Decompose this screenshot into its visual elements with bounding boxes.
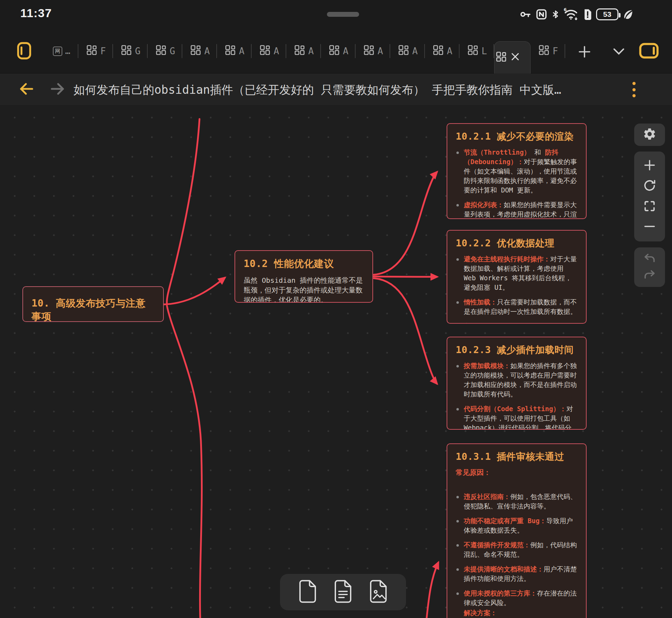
- chevron-down-icon: [612, 51, 626, 58]
- camera-cutout-pill: [327, 12, 359, 17]
- bullet-lead: 避免在主线程执行耗时操作：: [464, 255, 550, 263]
- tab-label: G: [170, 46, 175, 56]
- tab-mindmap-7[interactable]: A: [286, 29, 321, 73]
- tab-mindmap-3[interactable]: G: [148, 29, 182, 73]
- tab-mindmap-10[interactable]: A: [390, 29, 425, 73]
- settings-button[interactable]: [642, 127, 657, 142]
- leaf-icon: [622, 8, 634, 21]
- list-item: 未提供清晰的文档和描述：用户不清楚插件功能和使用方法。: [456, 564, 578, 583]
- solution-label: 解决方案：: [464, 608, 578, 618]
- tab-mindmap-5[interactable]: A: [217, 29, 252, 73]
- fullscreen-button[interactable]: [642, 199, 657, 215]
- grid-tab-icon: [259, 44, 271, 58]
- nfc-icon: [535, 8, 548, 21]
- list-item: 违反社区指南：例如，包含恶意代码、侵犯隐私、宣传非法内容等。: [456, 492, 578, 511]
- grid-tab-icon: [363, 44, 375, 58]
- mindmap-canvas[interactable]: 10. 高级发布技巧与注意事项 10.2 性能优化建议 虽然 Obsidian …: [0, 105, 672, 618]
- tab-mindmap-4[interactable]: A: [182, 29, 217, 73]
- bullet-dot: [456, 520, 459, 522]
- bottom-dock: [280, 574, 406, 610]
- tab-label: L: [482, 46, 487, 56]
- mindmap-node-10[interactable]: 10. 高级发布技巧与注意事项: [22, 286, 164, 322]
- zoom-out-button[interactable]: [642, 219, 657, 235]
- new-tab-button[interactable]: [577, 44, 592, 61]
- right-sidebar-toggle-button[interactable]: [638, 42, 659, 61]
- node-title: 10.2 性能优化建议: [244, 257, 364, 271]
- grid-tab-icon: [538, 44, 550, 58]
- bullet-lead: 不遵循插件开发规范：: [464, 541, 530, 549]
- tab-mindmap-13[interactable]: F: [531, 29, 565, 73]
- bullet-lead: 使用未授权的第三方库：: [464, 589, 537, 597]
- bullet-dot: [456, 496, 459, 498]
- tab-mindmap-11[interactable]: A: [425, 29, 460, 73]
- status-icons: 6 53: [519, 0, 634, 29]
- tab-mindmap-8[interactable]: A: [321, 29, 356, 73]
- grid-tab-icon: [224, 44, 236, 58]
- grid-tab-icon: [328, 44, 340, 58]
- grid-tab-icon: [495, 51, 507, 65]
- mindmap-node-10-2-1[interactable]: 10.2.1 减少不必要的渲染 节流（Throttling） 和 防抖（Debo…: [447, 123, 587, 219]
- bluetooth-icon: [551, 8, 560, 21]
- bullet-lead: 虚拟化列表：: [464, 201, 504, 209]
- sim-alert-icon: [582, 8, 593, 21]
- tab-mindmap-2[interactable]: G: [113, 29, 148, 73]
- bullet-lead: 未提供清晰的文档和描述：: [464, 565, 544, 573]
- close-icon[interactable]: [510, 51, 520, 64]
- mindmap-node-10-2[interactable]: 10.2 性能优化建议 虽然 Obsidian 插件的性能通常不是瓶颈，但对于复…: [234, 250, 373, 303]
- tab-mindmap-9[interactable]: A: [356, 29, 390, 73]
- tab-web-page[interactable]: 网 …: [45, 29, 78, 73]
- tab-mindmap-6[interactable]: A: [252, 29, 286, 73]
- tab-label: A: [239, 46, 245, 56]
- mindmap-node-10-3-1[interactable]: 10.3.1 插件审核未通过 常见原因： 违反社区指南：例如，包含恶意代码、侵犯…: [447, 443, 587, 618]
- left-sidebar-toggle-button[interactable]: [16, 41, 32, 62]
- bullet-dot: [456, 204, 459, 206]
- mindmap-node-10-2-3[interactable]: 10.2.3 减少插件加载时间 按需加载模块：如果您的插件有多个独立的功能模块，…: [447, 337, 587, 430]
- fullscreen-icon: [643, 199, 656, 214]
- file-text-icon: [332, 579, 354, 605]
- history-panel: [634, 247, 665, 287]
- grid-tab-icon: [294, 44, 306, 58]
- more-menu-button[interactable]: [629, 81, 638, 98]
- grid-tab-icon: [432, 44, 444, 58]
- minus-icon: [643, 219, 657, 235]
- tab-mindmap-1[interactable]: F: [78, 29, 113, 73]
- zoom-in-button[interactable]: [642, 158, 657, 174]
- list-item: 使用未授权的第三方库：存在潜在的法律或安全风险。解决方案：: [456, 589, 578, 618]
- grid-tab-icon: [398, 44, 410, 58]
- refresh-icon: [643, 178, 657, 194]
- bullet-dot: [456, 301, 459, 304]
- forward-arrow-icon: [49, 91, 66, 98]
- list-item: 代码分割（Code Splitting）：对于大型插件，可以使用打包工具（如 W…: [456, 404, 578, 430]
- reset-view-button[interactable]: [642, 178, 657, 194]
- forward-button[interactable]: [49, 81, 66, 98]
- redo-button[interactable]: [642, 268, 657, 283]
- mindmap-node-10-2-2[interactable]: 10.2.2 优化数据处理 避免在主线程执行耗时操作：对于大量数据加载、解析或计…: [447, 230, 587, 324]
- bullet-lead: 功能不稳定或有严重 Bug：: [464, 517, 546, 525]
- grid-tab-icon: [190, 44, 202, 58]
- blank-file-button[interactable]: [297, 579, 318, 605]
- list-item: 惰性加载：只在需要时加载数据，而不是在插件启动时一次性加载所有数据。: [456, 297, 578, 316]
- node-title: 10.3.1 插件审核未通过: [456, 450, 578, 463]
- bullet-dot: [456, 544, 459, 547]
- tab-bar: 网 … F G G A A A A A A A A L F: [0, 29, 672, 73]
- bullet-dot: [456, 365, 459, 367]
- node-intro: 常见原因：: [456, 468, 578, 477]
- text-file-button[interactable]: [332, 579, 354, 605]
- back-button[interactable]: [18, 81, 35, 98]
- list-item: 避免在主线程执行耗时操作：对于大量数据加载、解析或计算，考虑使用 Web Wor…: [456, 254, 578, 292]
- image-file-button[interactable]: [368, 579, 389, 605]
- list-item: 不遵循插件开发规范：例如，代码结构混乱、命名不规范。: [456, 540, 578, 559]
- tab-active[interactable]: [494, 41, 531, 73]
- bullet-dot: [456, 152, 459, 154]
- page-title: 如何发布自己的obsidian插件（已经开发好的 只需要教如何发布） 手把手教你…: [74, 82, 620, 98]
- redo-icon: [643, 269, 656, 282]
- tab-mindmap-12[interactable]: L: [460, 29, 494, 73]
- tab-label: A: [343, 46, 349, 56]
- back-arrow-icon: [18, 91, 35, 98]
- undo-button[interactable]: [642, 251, 657, 267]
- tab-label: A: [447, 46, 453, 56]
- tab-list-button[interactable]: [612, 46, 626, 58]
- tab-label: F: [100, 46, 106, 56]
- grid-tab-icon: [155, 44, 167, 58]
- key-icon: [519, 8, 532, 20]
